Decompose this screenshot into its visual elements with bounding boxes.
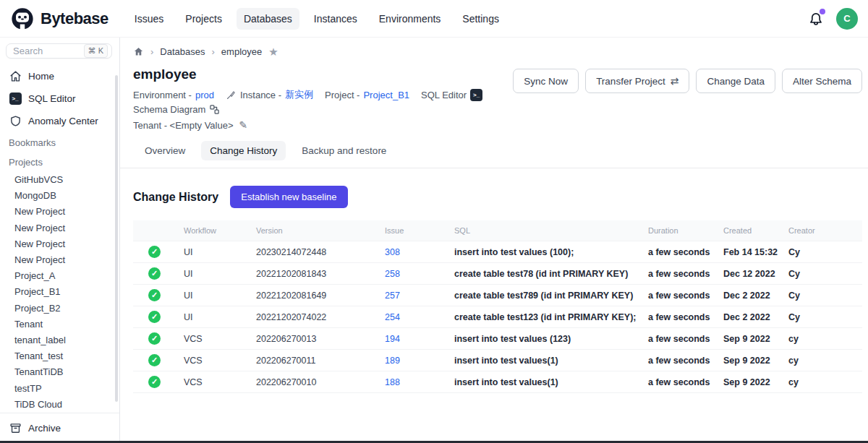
- bytebase-logo[interactable]: Bytebase: [10, 7, 109, 31]
- establish-baseline-button[interactable]: Establish new baseline: [230, 186, 347, 208]
- project-item[interactable]: Project_B1: [14, 284, 119, 300]
- project-meta: Project - Project_B1: [325, 90, 409, 100]
- tab-backup-and-restore[interactable]: Backup and restore: [293, 141, 395, 160]
- project-link[interactable]: Project_B1: [363, 90, 409, 100]
- archive-icon: [9, 421, 22, 434]
- button-label: Sync Now: [524, 76, 568, 87]
- nav-item-settings[interactable]: Settings: [455, 8, 506, 30]
- divider: [0, 413, 119, 413]
- breadcrumb-separator: ›: [150, 46, 153, 57]
- project-item[interactable]: MongoDB: [14, 188, 119, 204]
- table-row[interactable]: ✓ UI 20221202074022 254 create table tes…: [133, 306, 862, 328]
- edit-pencil-icon[interactable]: ✎: [239, 119, 248, 131]
- bookmark-star-icon[interactable]: ★: [268, 46, 278, 57]
- table-row[interactable]: ✓ VCS 202206270010 188 insert into test …: [133, 371, 862, 393]
- sidebar-item-label: Archive: [28, 423, 61, 434]
- sidebar-scrollbar[interactable]: [115, 75, 118, 402]
- nav-item-instances[interactable]: Instances: [307, 8, 365, 30]
- project-item[interactable]: Project_B2: [14, 301, 119, 317]
- page-header: employee Environment - prod: [133, 57, 862, 131]
- project-item[interactable]: GitHubVCS: [14, 172, 119, 188]
- search-shortcut-badge: ⌘ K: [84, 44, 108, 58]
- issue-link[interactable]: 254: [385, 312, 400, 322]
- breadcrumb-home-icon[interactable]: [133, 46, 144, 57]
- instance-link[interactable]: 新实例: [285, 88, 313, 101]
- shield-icon: [9, 114, 22, 127]
- button-label: Transfer Project: [596, 76, 665, 87]
- page-title: employee: [133, 66, 513, 82]
- breadcrumb-item-databases[interactable]: Databases: [160, 46, 205, 57]
- schema-diagram-shortcut[interactable]: Schema Diagram: [133, 104, 220, 115]
- sidebar-section-projects[interactable]: Projects: [0, 152, 119, 172]
- project-item[interactable]: New Project: [14, 236, 119, 252]
- issue-link[interactable]: 188: [385, 377, 400, 387]
- project-item[interactable]: testTP: [14, 381, 119, 397]
- search-box[interactable]: ⌘ K: [6, 43, 112, 59]
- sync-now-button[interactable]: Sync Now: [513, 69, 579, 93]
- tenant-label: Tenant - <Empty Value>: [133, 120, 234, 131]
- project-item[interactable]: New Project: [14, 220, 119, 236]
- project-item[interactable]: New Project: [14, 204, 119, 220]
- nav-item-environments[interactable]: Environments: [372, 8, 448, 30]
- project-item[interactable]: New Project: [14, 252, 119, 268]
- nav-item-databases[interactable]: Databases: [237, 8, 299, 30]
- issue-link[interactable]: 257: [385, 291, 400, 301]
- sidebar-item-anomaly-center[interactable]: Anomaly Center: [0, 111, 119, 131]
- environment-label: Environment -: [133, 90, 192, 100]
- table-row[interactable]: ✓ UI 20230214072448 308 insert into test…: [133, 241, 862, 263]
- sidebar-section-bookmarks[interactable]: Bookmarks: [0, 133, 119, 152]
- environment-link[interactable]: prod: [195, 90, 214, 100]
- breadcrumb-separator: ›: [212, 46, 215, 57]
- user-avatar[interactable]: C: [836, 8, 858, 30]
- pen-nib-icon: [226, 90, 237, 100]
- table-row[interactable]: ✓ VCS 202206270011 189 insert into test …: [133, 350, 862, 371]
- col-duration: Duration: [642, 220, 718, 241]
- notification-badge: [820, 9, 825, 14]
- issue-link[interactable]: 194: [385, 334, 400, 344]
- sidebar-item-archive[interactable]: Archive: [0, 418, 119, 438]
- topnav-right: C: [807, 8, 858, 30]
- database-meta: Environment - prod Instance - 新实例: [133, 88, 513, 115]
- tab-change-history[interactable]: Change History: [201, 141, 286, 160]
- success-check-icon: ✓: [148, 311, 161, 323]
- transfer-project-button[interactable]: Transfer Project ⇄: [585, 69, 689, 93]
- notification-bell-icon[interactable]: [807, 10, 825, 27]
- main-content: › Databases › employee ★ employee Enviro…: [120, 38, 868, 443]
- breadcrumb-item-employee[interactable]: employee: [221, 46, 262, 57]
- sidebar-bottom: Archive Enterprise Plan: [0, 413, 119, 443]
- issue-link[interactable]: 308: [385, 247, 400, 257]
- home-icon: [9, 69, 22, 82]
- project-item[interactable]: TiDB Cloud: [14, 397, 119, 413]
- top-navigation-bar: Bytebase Issues Projects Databases Insta…: [0, 0, 868, 38]
- project-item[interactable]: Project_A: [14, 268, 119, 284]
- change-data-button[interactable]: Change Data: [696, 69, 775, 93]
- sql-editor-shortcut[interactable]: SQL Editor >_: [421, 89, 482, 101]
- issue-link[interactable]: 189: [385, 356, 400, 366]
- page-actions: Sync Now Transfer Project ⇄ Change Data …: [513, 69, 862, 93]
- tab-overview[interactable]: Overview: [136, 141, 194, 160]
- project-item[interactable]: tenant_label: [14, 332, 119, 348]
- project-item[interactable]: TenantTiDB: [14, 364, 119, 380]
- database-tabs: Overview Change History Backup and resto…: [120, 141, 868, 168]
- sidebar-item-home[interactable]: Home: [0, 66, 119, 86]
- projects-list: GitHubVCS MongoDB New Project New Projec…: [0, 172, 119, 413]
- sidebar-item-sql-editor[interactable]: >_ SQL Editor: [0, 88, 119, 108]
- success-check-icon: ✓: [148, 332, 161, 345]
- table-row[interactable]: ✓ UI 20221202081649 257 create table tes…: [133, 285, 862, 306]
- button-label: Change Data: [707, 76, 765, 87]
- button-label: Alter Schema: [793, 76, 851, 87]
- issue-link[interactable]: 258: [385, 269, 400, 279]
- nav-item-issues[interactable]: Issues: [127, 8, 171, 30]
- change-history-table: Workflow Version Issue SQL Duration Crea…: [133, 220, 862, 393]
- nav-item-projects[interactable]: Projects: [178, 8, 229, 30]
- brand-name: Bytebase: [41, 9, 109, 28]
- table-row[interactable]: ✓ UI 20221202081843 258 create table tes…: [133, 263, 862, 285]
- project-item[interactable]: Tenant: [14, 317, 119, 332]
- alter-schema-button[interactable]: Alter Schema: [782, 69, 862, 93]
- table-row[interactable]: ✓ VCS 202206270013 194 insert into test …: [133, 328, 862, 350]
- project-item[interactable]: Tenant_test: [14, 348, 119, 364]
- search-input[interactable]: [13, 46, 84, 56]
- app-window: Bytebase Issues Projects Databases Insta…: [0, 0, 868, 443]
- swap-arrows-icon: ⇄: [671, 75, 679, 87]
- col-creator: Creator: [783, 220, 862, 241]
